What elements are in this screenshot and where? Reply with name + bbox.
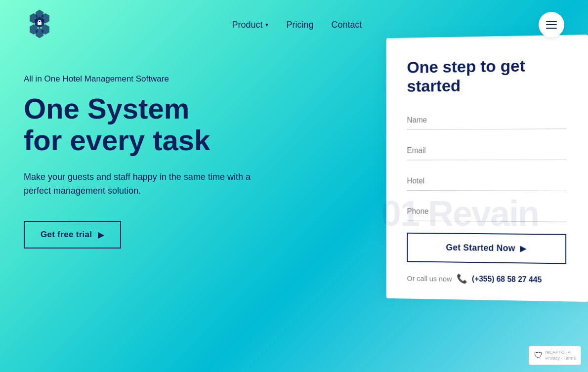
pricing-link[interactable]: Pricing — [286, 20, 313, 30]
name-field-group — [407, 110, 567, 130]
svg-point-8 — [39, 23, 40, 24]
hero-title-line2: for every task — [24, 124, 210, 156]
logo[interactable] — [24, 9, 55, 41]
hamburger-menu-button[interactable] — [539, 12, 564, 38]
recaptcha-label: reCAPTCHA — [546, 349, 576, 356]
product-label: Product — [232, 20, 262, 30]
hero-description: Make your guests and staff happy in the … — [24, 170, 261, 199]
email-field-group — [407, 141, 567, 160]
recaptcha-privacy-link[interactable]: Privacy — [546, 356, 560, 361]
call-row: Or call us now 📞 (+355) 68 58 27 445 — [407, 273, 567, 286]
recaptcha-terms-link[interactable]: Terms — [564, 356, 576, 361]
email-input[interactable] — [407, 141, 567, 160]
menu-line-1 — [546, 21, 557, 22]
hotel-field-group — [407, 172, 567, 191]
nav-item-contact[interactable]: Contact — [332, 20, 362, 30]
phone-input[interactable] — [407, 202, 567, 222]
signup-form-card: One step to get started Get Started Now … — [386, 35, 588, 302]
recaptcha-logo-icon: 🛡 — [534, 350, 543, 361]
navigation: Product ▾ Pricing Contact — [0, 0, 588, 49]
recaptcha-badge: 🛡 reCAPTCHA Privacy · Terms — [529, 346, 581, 365]
nav-item-pricing[interactable]: Pricing — [286, 20, 313, 30]
recaptcha-links: reCAPTCHA Privacy · Terms — [546, 349, 576, 362]
hero-title-line1: One System — [24, 92, 189, 124]
submit-label: Get Started Now — [446, 243, 515, 253]
submit-arrow-icon: ▶ — [520, 244, 526, 253]
form-title-line1: One step to get — [407, 56, 525, 77]
contact-link[interactable]: Contact — [332, 20, 362, 30]
call-label: Or call us now — [407, 274, 452, 283]
pricing-label: Pricing — [286, 20, 313, 30]
form-title: One step to get started — [407, 56, 567, 96]
nav-links: Product ▾ Pricing Contact — [232, 20, 362, 30]
hotel-input[interactable] — [407, 172, 567, 191]
hero-section: All in One Hotel Management Software One… — [0, 49, 588, 248]
recaptcha-privacy-terms: Privacy · Terms — [546, 355, 576, 362]
get-started-button[interactable]: Get Started Now ▶ — [407, 233, 567, 264]
menu-line-3 — [546, 28, 557, 29]
hero-subtitle: All in One Hotel Management Software — [24, 74, 300, 84]
nav-item-product[interactable]: Product ▾ — [232, 20, 268, 30]
contact-label: Contact — [332, 20, 362, 30]
get-free-trial-button[interactable]: Get free trial ▶ — [24, 221, 121, 248]
hero-left-content: All in One Hotel Management Software One… — [24, 59, 300, 248]
product-link[interactable]: Product ▾ — [232, 20, 268, 30]
hero-title: One System for every task — [24, 93, 300, 156]
form-title-line2: started — [407, 76, 461, 95]
name-input[interactable] — [407, 110, 567, 130]
phone-number: (+355) 68 58 27 445 — [472, 275, 542, 285]
phone-field-group — [407, 202, 567, 222]
cta-arrow-icon: ▶ — [98, 230, 104, 240]
cta-label: Get free trial — [41, 230, 92, 240]
menu-line-2 — [546, 24, 557, 25]
chevron-down-icon: ▾ — [265, 21, 268, 28]
phone-icon: 📞 — [457, 273, 467, 284]
